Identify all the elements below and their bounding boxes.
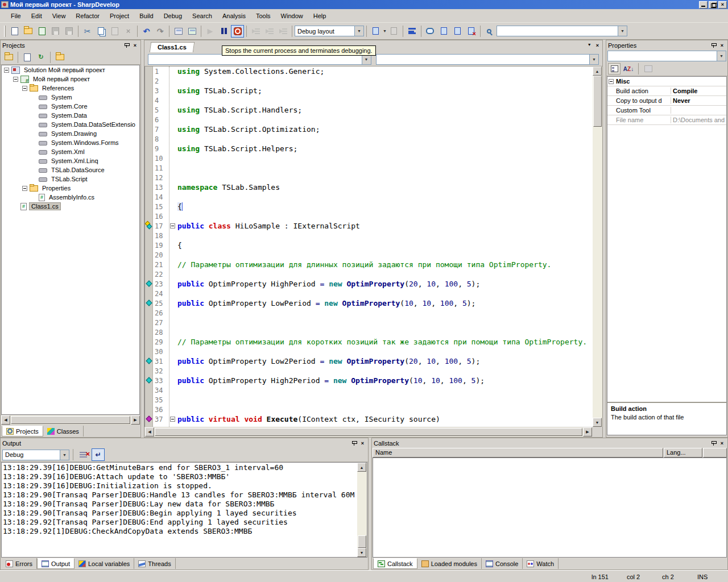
prev-bookmark-button[interactable] xyxy=(437,25,450,38)
paste-button[interactable] xyxy=(108,25,121,38)
menu-project[interactable]: Project xyxy=(105,11,134,21)
open-project-button[interactable] xyxy=(35,25,48,38)
tree-expander[interactable] xyxy=(22,86,27,91)
scroll-left-arrow[interactable]: ◀ xyxy=(1,415,10,425)
scroll-right-arrow[interactable]: ▶ xyxy=(131,415,140,425)
run-script-button[interactable] xyxy=(369,25,382,38)
save-all-button[interactable] xyxy=(63,25,76,38)
tree-item-system-xml-linq[interactable]: System.Xml.Linq xyxy=(2,156,139,165)
editor-hscrollbar[interactable]: ◀ ▶ xyxy=(145,427,592,436)
tree-item-references[interactable]: References xyxy=(2,84,139,93)
tree-item-system-data-datasetextensio[interactable]: System.Data.DataSetExtensio xyxy=(2,120,139,129)
menu-view[interactable]: View xyxy=(47,11,71,21)
property-row[interactable]: Build actionCompile xyxy=(607,86,726,96)
doc-list-dropdown[interactable]: ▼ xyxy=(588,43,592,48)
highlight-button[interactable] xyxy=(424,25,437,38)
delete-button[interactable]: × xyxy=(122,25,135,38)
property-row[interactable]: Copy to output dNever xyxy=(607,96,726,106)
layout-combo-dropdown[interactable]: ▼ xyxy=(354,26,363,36)
property-value[interactable]: Compile xyxy=(671,88,726,94)
next-bookmark-button[interactable] xyxy=(451,25,464,38)
clear-output-button[interactable] xyxy=(77,448,90,461)
property-value[interactable]: Never xyxy=(671,97,726,104)
pin-button[interactable] xyxy=(710,42,717,49)
editor-vscrollbar[interactable]: ▲ ▼ xyxy=(593,66,602,427)
run-button[interactable]: ▶ xyxy=(204,25,217,38)
minimize-button[interactable] xyxy=(699,1,708,9)
property-value[interactable]: D:\Documents and Set xyxy=(671,117,726,123)
tree-item-class1-cs[interactable]: Class1.cs xyxy=(2,202,139,211)
search-combo[interactable]: ▼ xyxy=(497,26,627,36)
scroll-down-arrow[interactable]: ▼ xyxy=(593,418,602,427)
output-category-combo[interactable]: Debug ▼ xyxy=(2,450,69,460)
open-containing-folder-button[interactable] xyxy=(53,52,66,63)
pin-button[interactable] xyxy=(710,440,717,447)
menu-file[interactable]: File xyxy=(6,11,26,21)
tab-threads[interactable]: Threads xyxy=(134,558,175,569)
save-button[interactable] xyxy=(49,25,62,38)
project-options-button[interactable] xyxy=(2,52,15,63)
layout-combo[interactable]: Debug layout ▼ xyxy=(295,26,364,36)
fold-collapse-icon[interactable] xyxy=(170,223,175,228)
scroll-up-arrow[interactable]: ▲ xyxy=(593,66,602,76)
run-script-dropdown[interactable]: ▼ xyxy=(383,29,387,33)
code-editor[interactable]: 1using System.Collections.Generic;23usin… xyxy=(144,66,593,427)
pin-button[interactable] xyxy=(123,42,130,49)
step-over-button[interactable] xyxy=(249,25,262,38)
scroll-down-arrow[interactable]: ▼ xyxy=(357,548,366,557)
list-view-button[interactable] xyxy=(406,25,419,38)
tab-console[interactable]: Console xyxy=(482,558,523,569)
output-category-dropdown[interactable]: ▼ xyxy=(60,450,69,460)
scroll-thumb[interactable] xyxy=(155,428,582,436)
tree-item-properties[interactable]: Properties xyxy=(2,184,139,193)
alphabetical-button[interactable]: AZ↓ xyxy=(622,63,635,74)
tree-expander[interactable] xyxy=(4,68,9,73)
menu-debug[interactable]: Debug xyxy=(159,11,187,21)
close-button[interactable]: × xyxy=(718,1,727,9)
tab-output[interactable]: Output xyxy=(37,558,75,569)
new-file-button[interactable] xyxy=(8,25,21,38)
categorized-button[interactable] xyxy=(608,63,621,74)
column-header-name[interactable]: Name xyxy=(373,448,663,458)
purple-diamond-icon[interactable] xyxy=(145,414,153,424)
tab-errors[interactable]: Errors xyxy=(2,558,37,569)
callstack-body[interactable] xyxy=(373,458,727,558)
quick-search-button[interactable] xyxy=(483,25,496,38)
types-combo-dropdown[interactable]: ▼ xyxy=(362,55,371,64)
clear-bookmarks-button[interactable] xyxy=(465,25,478,38)
restore-button[interactable] xyxy=(709,1,717,9)
step-into-button[interactable] xyxy=(263,25,276,38)
tab-loaded-modules[interactable]: Loaded modules xyxy=(417,558,482,569)
close-panel-button[interactable]: × xyxy=(359,440,366,447)
menu-window[interactable]: Window xyxy=(276,11,308,21)
teal-diamond-icon[interactable] xyxy=(145,356,153,366)
toggle-wordwrap-button[interactable]: ↵ xyxy=(92,448,105,461)
menu-tools[interactable]: Tools xyxy=(251,11,276,21)
menu-edit[interactable]: Edit xyxy=(26,11,47,21)
column-header-blank[interactable] xyxy=(703,448,727,458)
property-row[interactable]: File nameD:\Documents and Set xyxy=(607,115,726,125)
show-files-button[interactable] xyxy=(21,52,34,63)
object-combo[interactable]: ▼ xyxy=(607,51,726,61)
tree-expander[interactable] xyxy=(13,77,18,82)
refresh-button[interactable]: ↻ xyxy=(35,52,47,63)
column-header-lang[interactable]: Lang... xyxy=(664,448,702,458)
pin-button[interactable] xyxy=(350,440,358,447)
menu-build[interactable]: Build xyxy=(134,11,158,21)
bookmark-markers-icon[interactable] xyxy=(145,221,153,231)
scroll-up-arrow[interactable]: ▲ xyxy=(357,463,366,472)
teal-diamond-icon[interactable] xyxy=(145,376,153,385)
tree-item-tslab-script[interactable]: TSLab.Script xyxy=(2,174,139,184)
property-pages-button[interactable] xyxy=(642,63,655,74)
members-combo-dropdown[interactable]: ▼ xyxy=(589,55,598,64)
tree-item-мой-первый-проект[interactable]: Мой первый проект xyxy=(2,74,139,84)
compile-script-button[interactable] xyxy=(387,25,400,38)
close-panel-button[interactable]: × xyxy=(718,42,726,49)
tab-projects[interactable]: Projects xyxy=(2,426,43,436)
redo-button[interactable]: ↷ xyxy=(154,25,167,38)
tree-expander[interactable] xyxy=(22,186,27,191)
output-vscrollbar[interactable]: ▲ ▼ xyxy=(357,463,367,557)
toolbar-grip[interactable] xyxy=(4,26,6,37)
cut-button[interactable]: ✂ xyxy=(81,25,94,38)
projects-hscrollbar[interactable]: ◀ ▶ xyxy=(1,415,140,425)
